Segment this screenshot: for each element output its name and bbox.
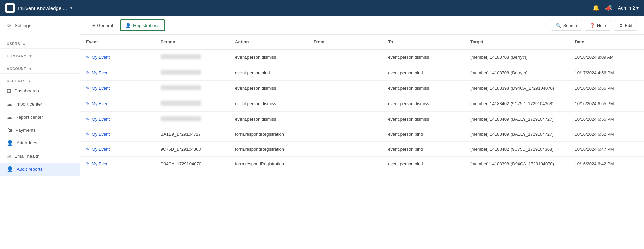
person-value: BA1E9_1729104727 xyxy=(155,127,230,142)
table-row: ✎My Eventevent.person.bindevent.person.b… xyxy=(80,65,644,81)
audit-reports-icon: 👤 xyxy=(7,166,13,172)
event-link[interactable]: ✎My Event xyxy=(86,132,150,137)
audit-table-container: Event Person Action From To Target Date … xyxy=(80,35,644,249)
sidebar-item-audit-reports[interactable]: 👤 Audit reports xyxy=(0,163,80,176)
target-value: [member] 14188402 (9C75D_1729104368) xyxy=(465,142,570,157)
main-content: ≡ General 👤 Registrations 🔍 Search ❓ Hel… xyxy=(80,16,644,249)
col-header-from: From xyxy=(308,35,383,49)
action-value: form.respondRegistration xyxy=(230,157,308,171)
tab-general[interactable]: ≡ General xyxy=(87,19,118,31)
target-value: [member] 14188398 (D94CA_1729104070) xyxy=(465,157,570,171)
admin-chevron-icon: ▾ xyxy=(636,5,639,11)
sidebar-item-report-center[interactable]: ☁ Report center xyxy=(0,111,80,124)
event-link[interactable]: ✎My Event xyxy=(86,101,150,106)
event-link[interactable]: ✎My Event xyxy=(86,117,150,122)
event-link[interactable]: ✎My Event xyxy=(86,70,150,75)
event-link[interactable]: ✎My Event xyxy=(86,86,150,91)
table-row: ✎My EventBA1E9_1729104727form.respondReg… xyxy=(80,127,644,142)
sidebar-group-reports[interactable]: REPORTS ▲ xyxy=(0,75,80,84)
from-value xyxy=(308,96,383,112)
sidebar-group-company[interactable]: COMPANY ▼ xyxy=(0,50,80,59)
action-value: event.person.dismiss xyxy=(230,112,308,127)
account-chevron-icon: ▼ xyxy=(29,67,32,71)
sidebar-group-account[interactable]: ACCOUNT ▼ xyxy=(0,63,80,72)
general-tab-icon: ≡ xyxy=(92,23,95,28)
sidebar-group-users[interactable]: USERS ▲ xyxy=(0,38,80,47)
event-link-icon: ✎ xyxy=(86,55,90,60)
action-value: event.person.dismiss xyxy=(230,96,308,112)
header-left: InEvent Knowledge ... ▾ xyxy=(5,3,72,13)
sidebar-item-settings[interactable]: ⚙ Settings xyxy=(0,19,80,32)
target-value: [member] 14188398 (D94CA_1729104070) xyxy=(465,81,570,96)
date-value: 10/16/2024 6:55 PM xyxy=(569,81,644,96)
person-value: 9C75D_1729104368 xyxy=(155,142,230,157)
to-value: event.person.dismiss xyxy=(383,49,465,65)
date-value: 10/16/2024 6:47 PM xyxy=(569,142,644,157)
main-layout: ⚙ Settings USERS ▲ COMPANY ▼ ACCOUNT ▼ R… xyxy=(0,16,644,249)
event-link-icon: ✎ xyxy=(86,117,90,122)
from-value xyxy=(308,142,383,157)
table-header-row: Event Person Action From To Target Date xyxy=(80,35,644,49)
to-value: event.person.bind xyxy=(383,142,465,157)
dashboards-icon: ⊞ xyxy=(7,88,11,94)
event-link-icon: ✎ xyxy=(86,132,90,137)
event-link-icon: ✎ xyxy=(86,101,90,106)
table-row: ✎My Event9C75D_1729104368form.respondReg… xyxy=(80,142,644,157)
tab-registrations[interactable]: 👤 Registrations xyxy=(120,19,165,31)
company-chevron-icon: ▼ xyxy=(29,54,32,58)
to-value: event.person.dismiss xyxy=(383,96,465,112)
edit-icon: ⚙ xyxy=(619,23,623,28)
event-link[interactable]: ✎My Event xyxy=(86,147,150,152)
from-value xyxy=(308,49,383,65)
col-header-target: Target xyxy=(465,35,570,49)
date-value: 10/16/2024 6:55 PM xyxy=(569,112,644,127)
to-value: event.person.bind xyxy=(383,65,465,81)
attendees-icon: 👤 xyxy=(7,140,13,146)
date-value: 10/16/2024 6:55 PM xyxy=(569,96,644,112)
to-value: event.person.bind xyxy=(383,127,465,142)
event-link-icon: ✎ xyxy=(86,147,90,152)
col-header-date: Date xyxy=(569,35,644,49)
reports-chevron-icon: ▲ xyxy=(28,79,32,83)
event-link-icon: ✎ xyxy=(86,86,90,91)
col-header-to: To xyxy=(383,35,465,49)
notifications-icon[interactable]: 🔔 xyxy=(592,4,600,12)
col-header-action: Action xyxy=(230,35,308,49)
tabs-left: ≡ General 👤 Registrations xyxy=(87,19,165,31)
target-value: [member] 14188708 (Berrytn) xyxy=(465,49,570,65)
app-title: InEvent Knowledge ... xyxy=(18,5,67,11)
sidebar-item-payments[interactable]: 🛍 Payments xyxy=(0,124,80,136)
tabs-right: 🔍 Search ❓ Help ⚙ Edit xyxy=(551,20,637,31)
import-center-icon: ☁ xyxy=(7,101,12,107)
messages-icon[interactable]: 📣 xyxy=(605,4,612,12)
event-link[interactable]: ✎My Event xyxy=(86,161,150,166)
table-row: ✎My Eventevent.person.dismissevent.perso… xyxy=(80,49,644,65)
sidebar-settings-section: ⚙ Settings xyxy=(0,16,80,35)
target-value: [member] 14188409 (BA1E9_1729104727) xyxy=(465,112,570,127)
event-link-icon: ✎ xyxy=(86,161,90,166)
help-button[interactable]: ❓ Help xyxy=(585,20,611,31)
sidebar-item-email-health[interactable]: ✉ Email health xyxy=(0,150,80,163)
person-blurred xyxy=(161,85,201,90)
table-row: ✎My EventD94CA_1729104070form.respondReg… xyxy=(80,157,644,171)
from-value xyxy=(308,112,383,127)
from-value xyxy=(308,65,383,81)
sidebar-item-import-center[interactable]: ☁ Import center xyxy=(0,97,80,111)
event-link[interactable]: ✎My Event xyxy=(86,55,150,60)
sidebar: ⚙ Settings USERS ▲ COMPANY ▼ ACCOUNT ▼ R… xyxy=(0,16,80,249)
from-value xyxy=(308,157,383,171)
admin-menu[interactable]: Admin 2 ▾ xyxy=(618,5,639,11)
sidebar-item-dashboards[interactable]: ⊞ Dashboards xyxy=(0,84,80,97)
table-row: ✎My Eventevent.person.dismissevent.perso… xyxy=(80,81,644,96)
person-blurred xyxy=(161,116,201,121)
registrations-tab-icon: 👤 xyxy=(125,23,131,28)
to-value: event.person.bind xyxy=(383,157,465,171)
app-logo xyxy=(5,3,15,13)
search-button[interactable]: 🔍 Search xyxy=(551,20,582,31)
edit-button[interactable]: ⚙ Edit xyxy=(614,20,637,31)
person-blurred xyxy=(161,54,201,59)
person-blurred xyxy=(161,101,201,106)
app-title-chevron-icon[interactable]: ▾ xyxy=(70,6,72,10)
table-row: ✎My Eventevent.person.dismissevent.perso… xyxy=(80,96,644,112)
sidebar-item-attendees[interactable]: 👤 Attendees xyxy=(0,136,80,150)
